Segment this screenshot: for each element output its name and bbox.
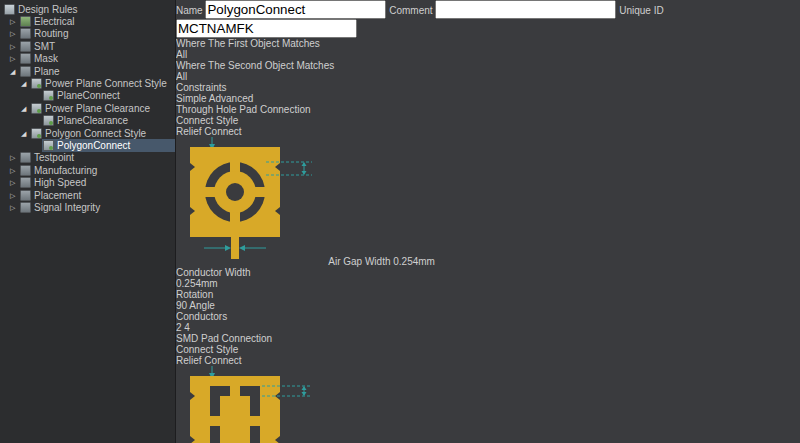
rotation-label: Rotation bbox=[176, 289, 213, 300]
expand-arrow-icon[interactable] bbox=[10, 204, 19, 211]
panel-title: SMD Pad Connection bbox=[176, 333, 800, 344]
collapse-arrow-icon[interactable] bbox=[10, 68, 19, 75]
expand-arrow-icon[interactable] bbox=[10, 55, 19, 62]
tree-label: High Speed bbox=[34, 177, 86, 188]
sidebar-item-planeconnect[interactable]: PlaneConnect bbox=[0, 90, 175, 102]
tree-label: Signal Integrity bbox=[34, 202, 100, 213]
expand-arrow-icon[interactable] bbox=[10, 30, 19, 37]
sidebar-item-polygonconnect[interactable]: PolygonConnect bbox=[0, 139, 175, 151]
plane-icon bbox=[20, 66, 31, 77]
option-label: 4 bbox=[184, 322, 190, 333]
rule-editor-main: Name Comment Unique ID Where The First O… bbox=[176, 0, 800, 443]
conductor-width-value: 0.254mm bbox=[176, 278, 800, 289]
sidebar-item-manufacturing[interactable]: Manufacturing bbox=[0, 164, 175, 176]
sidebar-item-placement[interactable]: Placement bbox=[0, 189, 175, 201]
collapse-arrow-icon[interactable] bbox=[21, 80, 30, 87]
expand-arrow-icon[interactable] bbox=[10, 167, 19, 174]
comment-input[interactable] bbox=[435, 0, 616, 19]
name-input[interactable] bbox=[205, 0, 386, 19]
expand-arrow-icon[interactable] bbox=[10, 154, 19, 161]
constraint-mode-row: Simple Advanced bbox=[176, 93, 800, 104]
option-label: 2 bbox=[176, 322, 182, 333]
sidebar-item-electrical[interactable]: Electrical bbox=[0, 15, 175, 27]
connect-style-row: Connect Style Relief Connect bbox=[176, 115, 800, 137]
selected-value: Relief Connect bbox=[176, 126, 242, 137]
electrical-icon bbox=[20, 16, 31, 27]
tree-label: PlaneConnect bbox=[57, 90, 120, 101]
section-title: Constraints bbox=[176, 82, 227, 93]
tree-label: Mask bbox=[34, 53, 58, 64]
tree-label: Electrical bbox=[34, 16, 75, 27]
th-conductors-group: Conductors 2 4 bbox=[176, 311, 800, 333]
sidebar-item-smt[interactable]: SMT bbox=[0, 40, 175, 52]
tree-label: Power Plane Clearance bbox=[45, 103, 150, 114]
rule-type-icon bbox=[31, 128, 42, 139]
expand-arrow-icon[interactable] bbox=[10, 43, 19, 50]
panel-title: Through Hole Pad Connection bbox=[176, 104, 800, 115]
name-label: Name bbox=[176, 5, 203, 16]
sidebar-item-signal-integrity[interactable]: Signal Integrity bbox=[0, 201, 175, 213]
tree-label: PolygonConnect bbox=[57, 140, 130, 151]
comment-label: Comment bbox=[389, 5, 432, 16]
connect-style-label: Connect Style bbox=[176, 115, 238, 126]
air-gap-value: 0.254mm bbox=[393, 256, 435, 267]
sidebar-item-planeclearance[interactable]: PlaneClearance bbox=[0, 115, 175, 127]
mask-icon bbox=[20, 53, 31, 64]
smd-relief-diagram: Air Gap Width 0.254mm bbox=[176, 366, 800, 443]
tree-label: PlaneClearance bbox=[57, 115, 128, 126]
conductors-label: Conductors bbox=[176, 311, 227, 322]
simple-radio-label: Simple bbox=[176, 93, 207, 104]
sidebar-item-plane[interactable]: Plane bbox=[0, 65, 175, 77]
sidebar-item-high-speed[interactable]: High Speed bbox=[0, 176, 175, 188]
advanced-radio[interactable]: Advanced bbox=[209, 93, 253, 104]
signal-integrity-icon bbox=[20, 202, 31, 213]
simple-radio[interactable]: Simple bbox=[176, 93, 209, 104]
rule-type-icon bbox=[31, 78, 42, 89]
selected-value: 90 Angle bbox=[176, 300, 215, 311]
expand-arrow-icon[interactable] bbox=[10, 179, 19, 186]
th-conductors-4-radio[interactable]: 4 bbox=[184, 322, 190, 333]
sidebar-item-routing[interactable]: Routing bbox=[0, 28, 175, 40]
collapse-arrow-icon[interactable] bbox=[21, 105, 30, 112]
unique-id-input[interactable] bbox=[176, 19, 357, 38]
sidebar-item-mask[interactable]: Mask bbox=[0, 53, 175, 65]
selected-value: Relief Connect bbox=[176, 355, 242, 366]
conductor-width-label: Conductor Width bbox=[176, 267, 800, 278]
tree-root-design-rules[interactable]: Design Rules bbox=[0, 3, 175, 15]
tree-label: Placement bbox=[34, 190, 81, 201]
th-connect-style-select[interactable]: Relief Connect bbox=[176, 126, 800, 137]
rule-icon bbox=[43, 115, 54, 126]
tree-label: Routing bbox=[34, 28, 68, 39]
air-gap-label: Air Gap Width bbox=[328, 256, 390, 267]
placement-icon bbox=[20, 190, 31, 201]
design-rules-icon bbox=[4, 4, 15, 15]
tree-label: Power Plane Connect Style bbox=[45, 78, 167, 89]
th-rotation-select[interactable]: 90 Angle bbox=[176, 300, 800, 311]
through-hole-panel: Through Hole Pad Connection Connect Styl… bbox=[176, 104, 800, 333]
connect-style-label: Connect Style bbox=[176, 344, 238, 355]
sidebar-item-power-plane-connect-style[interactable]: Power Plane Connect Style bbox=[0, 77, 175, 89]
rule-header-row: Name Comment Unique ID bbox=[176, 0, 800, 38]
sidebar-item-polygon-connect-style[interactable]: Polygon Connect Style bbox=[0, 127, 175, 139]
expand-arrow-icon[interactable] bbox=[10, 18, 19, 25]
collapse-arrow-icon[interactable] bbox=[21, 130, 30, 137]
expand-arrow-icon[interactable] bbox=[10, 192, 19, 199]
smd-connect-style-select[interactable]: Relief Connect bbox=[176, 355, 800, 366]
selected-value: All bbox=[176, 49, 187, 60]
sidebar-item-power-plane-clearance[interactable]: Power Plane Clearance bbox=[0, 102, 175, 114]
high-speed-icon bbox=[20, 177, 31, 188]
section-title: Where The Second Object Matches bbox=[176, 60, 334, 71]
tree-label: Testpoint bbox=[34, 152, 74, 163]
section-title: Where The First Object Matches bbox=[176, 38, 320, 49]
second-match-select[interactable]: All bbox=[176, 71, 800, 82]
first-match-section-header: Where The First Object Matches bbox=[176, 38, 800, 49]
smd-panel: SMD Pad Connection Connect Style Relief … bbox=[176, 333, 800, 443]
rule-icon bbox=[43, 140, 54, 151]
manufacturing-icon bbox=[20, 165, 31, 176]
routing-icon bbox=[20, 28, 31, 39]
first-match-select[interactable]: All bbox=[176, 49, 800, 60]
rules-editor-window: Design Rules Electrical Routing SMT Mask… bbox=[0, 0, 800, 443]
sidebar-item-testpoint[interactable]: Testpoint bbox=[0, 152, 175, 164]
tree-label: Polygon Connect Style bbox=[45, 128, 146, 139]
unique-id-label: Unique ID bbox=[619, 5, 663, 16]
